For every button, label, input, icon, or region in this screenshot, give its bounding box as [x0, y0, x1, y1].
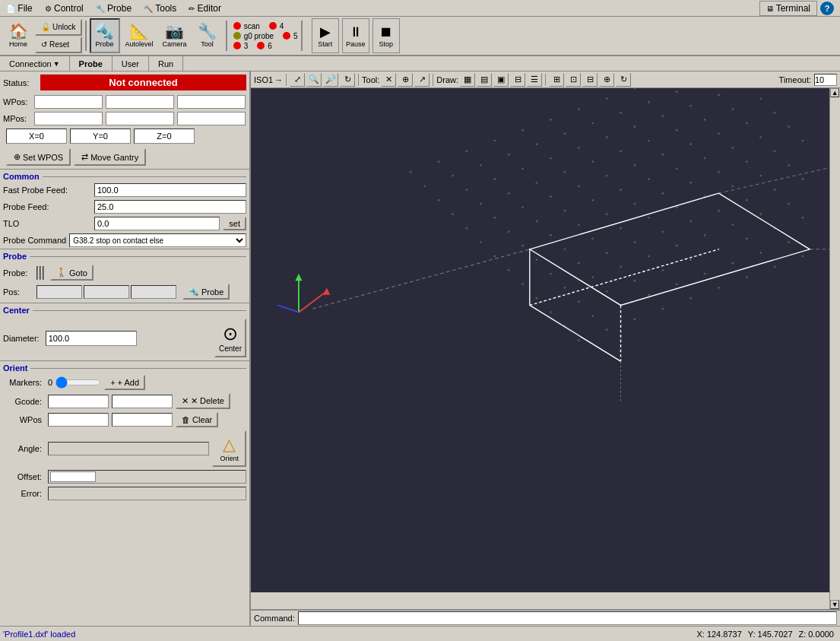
timeout-label: Timeout:: [779, 75, 811, 84]
scrollbar[interactable]: ▲ ▼: [829, 88, 840, 609]
gcode-input-2[interactable]: [112, 395, 173, 408]
tlo-set-button[interactable]: set: [223, 217, 246, 230]
svg-point-41: [620, 150, 622, 152]
svg-point-33: [689, 105, 692, 107]
add-button[interactable]: + + Add: [104, 375, 145, 390]
draw-btn-2[interactable]: ▤: [477, 73, 492, 87]
y-input[interactable]: [70, 129, 131, 144]
scroll-down[interactable]: ▼: [830, 600, 839, 609]
orient-button[interactable]: △ Orient: [212, 430, 246, 467]
scroll-up[interactable]: ▲: [830, 88, 839, 97]
stop-button[interactable]: ⏹ Stop: [372, 18, 400, 53]
menu-control[interactable]: ⚙ Control: [39, 2, 90, 15]
svg-point-86: [591, 238, 594, 240]
svg-point-140: [746, 276, 748, 278]
camera-button[interactable]: 📷 Camera: [159, 18, 191, 53]
draw-btn-3[interactable]: ▣: [493, 73, 509, 87]
draw-btn-5[interactable]: ☰: [527, 73, 542, 87]
diameter-input[interactable]: [46, 331, 137, 346]
rotate-button[interactable]: ↻: [340, 73, 355, 87]
pos-field-2[interactable]: [84, 285, 129, 299]
probe-input-row: Probe: 🚶 Goto Pos:: [0, 262, 249, 303]
menu-probe[interactable]: 🔧 Probe: [90, 2, 138, 15]
zoom-in-button[interactable]: 🔍: [306, 73, 322, 87]
delete-icon: ✕: [182, 396, 189, 406]
svg-point-13: [634, 88, 636, 89]
gantry-icon: ⇄: [81, 152, 88, 162]
view-btn-5[interactable]: ↻: [616, 73, 631, 87]
pause-button[interactable]: ⏸ Pause: [342, 18, 369, 53]
svg-point-106: [563, 287, 566, 289]
probe-action-button[interactable]: 🔩 Probe: [182, 284, 230, 300]
x-input[interactable]: [6, 129, 67, 144]
view-btn-2[interactable]: ⊡: [566, 73, 581, 87]
menu-terminal[interactable]: 🖥 Terminal: [759, 1, 817, 16]
probe-command-select[interactable]: G38.2 stop on contact else: [69, 233, 246, 247]
led4: [269, 22, 277, 30]
g0-probe-led: [233, 32, 241, 40]
start-button[interactable]: ▶ Start: [312, 18, 339, 53]
svg-point-43: [676, 129, 678, 132]
pos-field-3[interactable]: [131, 285, 176, 299]
delete-button[interactable]: ✕ ✕ Delete: [176, 393, 230, 409]
command-input[interactable]: [298, 611, 837, 625]
menu-tools[interactable]: 🔨 Tools: [138, 2, 182, 15]
tab-user[interactable]: User: [113, 56, 149, 71]
viewport[interactable]: [251, 88, 829, 592]
draw-btn-1[interactable]: ▦: [460, 73, 475, 87]
menu-file[interactable]: 📄 File: [0, 2, 39, 15]
help-icon[interactable]: ?: [820, 2, 834, 15]
tool-button[interactable]: 🔧 Tool: [192, 18, 223, 53]
center-button[interactable]: ⊙ Center: [214, 319, 246, 357]
view-btn-1[interactable]: ⊞: [549, 73, 564, 87]
svg-point-116: [578, 300, 580, 303]
svg-point-102: [746, 199, 748, 202]
set-wpos-button[interactable]: ⊕ Set WPOS: [6, 148, 71, 166]
svg-point-82: [802, 140, 804, 142]
svg-line-148: [530, 249, 719, 306]
zoom-fit-button[interactable]: ⤢: [290, 73, 305, 87]
svg-point-80: [746, 160, 748, 163]
svg-line-150: [718, 151, 829, 193]
clear-button[interactable]: 🗑 Clear: [176, 412, 218, 427]
wpos-orient-input-2[interactable]: [112, 413, 173, 427]
wpos-orient-input-1[interactable]: [48, 413, 109, 427]
markers-slider[interactable]: [55, 377, 101, 388]
unlock-button[interactable]: 🔓 Unlock: [35, 19, 82, 36]
reset-button[interactable]: ↺ Reset: [35, 36, 82, 53]
tab-probe[interactable]: Probe: [70, 56, 113, 71]
probe-feed-row: Probe Feed:: [0, 198, 249, 215]
fast-probe-feed-row: Fast Probe Feed:: [0, 182, 249, 198]
svg-point-68: [731, 147, 734, 149]
home-button[interactable]: 🏠 Home: [3, 18, 33, 53]
gcode-input-1[interactable]: [48, 395, 109, 408]
tool-select-2[interactable]: ⊕: [398, 73, 413, 87]
timeout-input[interactable]: [814, 74, 837, 86]
goto-button[interactable]: 🚶 Goto: [50, 265, 94, 281]
svg-point-83: [508, 269, 510, 271]
move-gantry-button[interactable]: ⇄ Move Gantry: [74, 148, 146, 166]
tool-select-1[interactable]: ✕: [381, 73, 396, 87]
wpos-x: [34, 95, 103, 109]
svg-point-49: [521, 206, 524, 208]
tab-connection[interactable]: Connection ▼: [0, 56, 70, 71]
view-btn-3[interactable]: ⊟: [582, 73, 598, 87]
tool-select-3[interactable]: ↗: [414, 73, 430, 87]
svg-point-139: [718, 287, 720, 289]
tab-run[interactable]: Run: [149, 56, 183, 71]
view-btn-4[interactable]: ⊕: [599, 73, 614, 87]
tlo-input[interactable]: [94, 217, 220, 230]
zoom-out-button[interactable]: 🔎: [323, 73, 338, 87]
autolevel-button[interactable]: 📐 Autolevel: [122, 18, 157, 53]
probe-feed-input[interactable]: [94, 200, 246, 214]
probe-button[interactable]: 🔩 Probe: [90, 18, 120, 53]
pos-field-1[interactable]: [36, 285, 82, 299]
svg-point-118: [634, 280, 636, 282]
grid-dots: [410, 88, 804, 341]
svg-point-53: [634, 164, 636, 167]
z-input[interactable]: [134, 129, 195, 144]
menu-editor[interactable]: ✏ Editor: [182, 2, 227, 15]
fast-probe-feed-input[interactable]: [94, 183, 246, 197]
draw-btn-4[interactable]: ⊟: [510, 73, 525, 87]
stop-icon: ⏹: [379, 24, 393, 40]
